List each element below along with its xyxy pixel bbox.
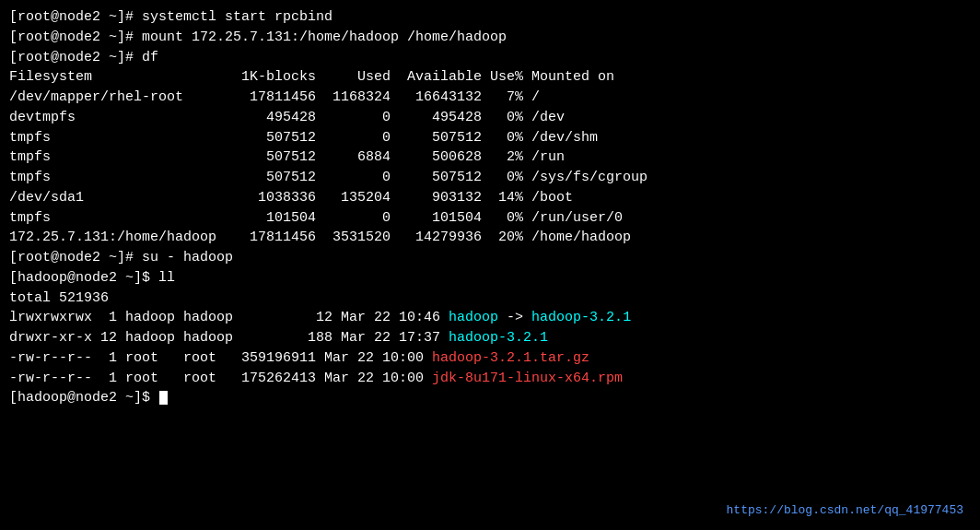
terminal-line: 172.25.7.131:/home/hadoop 17811456 35315… [9, 228, 971, 248]
terminal-text: /dev/sda1 1038336 135204 903132 14% /boo… [9, 190, 573, 206]
terminal-line: -rw-r--r-- 1 root root 175262413 Mar 22 … [9, 369, 971, 389]
terminal-text: lrwxrwxrwx 1 hadoop hadoop 12 Mar 22 10:… [9, 310, 449, 325]
terminal-text: drwxr-xr-x 12 hadoop hadoop 188 Mar 22 1… [9, 330, 449, 346]
terminal-cursor [159, 391, 168, 405]
terminal-line: -rw-r--r-- 1 root root 359196911 Mar 22 … [9, 348, 971, 369]
terminal-text: [root@node2 ~]# su - hadoop [9, 250, 233, 265]
terminal-line: [hadoop@node2 ~]$ [9, 388, 971, 408]
terminal-text: tmpfs 507512 6884 500628 2% /run [9, 149, 565, 165]
terminal-text: -> [498, 310, 531, 325]
terminal-text: hadoop-3.2.1 [449, 330, 548, 346]
terminal-line: tmpfs 507512 0 507512 0% /dev/shm [9, 128, 971, 148]
terminal-text: tmpfs 101504 0 101504 0% /run/user/0 [9, 210, 623, 226]
terminal-line: [root@node2 ~]# su - hadoop [9, 248, 971, 268]
terminal-line: lrwxrwxrwx 1 hadoop hadoop 12 Mar 22 10:… [9, 308, 971, 328]
terminal-text: [root@node2 ~]# mount 172.25.7.131:/home… [9, 29, 507, 45]
terminal-text: /dev/mapper/rhel-root 17811456 1168324 1… [9, 89, 540, 105]
terminal-line: [root@node2 ~]# systemctl start rpcbind [9, 7, 971, 28]
terminal-line: [root@node2 ~]# mount 172.25.7.131:/home… [9, 28, 971, 48]
terminal-text: jdk-8u171-linux-x64.rpm [432, 371, 623, 386]
terminal-text: [hadoop@node2 ~]$ [9, 390, 158, 406]
terminal-text: 172.25.7.131:/home/hadoop 17811456 35315… [9, 230, 631, 245]
footer-link: https://blog.csdn.net/qq_41977453 [727, 503, 963, 517]
terminal-text: -rw-r--r-- 1 root root 359196911 Mar 22 … [9, 350, 432, 366]
terminal-line: [root@node2 ~]# df [9, 48, 971, 68]
terminal-line: devtmpfs 495428 0 495428 0% /dev [9, 108, 971, 128]
terminal-text: hadoop-3.2.1 [531, 310, 631, 325]
terminal-text: total 521936 [9, 290, 109, 306]
terminal-line: /dev/sda1 1038336 135204 903132 14% /boo… [9, 188, 971, 208]
terminal-text: tmpfs 507512 0 507512 0% /sys/fs/cgroup [9, 170, 648, 185]
terminal-line: tmpfs 101504 0 101504 0% /run/user/0 [9, 208, 971, 229]
terminal-window: [root@node2 ~]# systemctl start rpcbind[… [9, 7, 971, 523]
terminal-line: tmpfs 507512 0 507512 0% /sys/fs/cgroup [9, 168, 971, 188]
terminal-text: hadoop-3.2.1.tar.gz [432, 350, 589, 366]
terminal-text: devtmpfs 495428 0 495428 0% /dev [9, 110, 565, 125]
terminal-text: hadoop [449, 310, 498, 325]
terminal-output: [root@node2 ~]# systemctl start rpcbind[… [9, 7, 971, 408]
terminal-text: -rw-r--r-- 1 root root 175262413 Mar 22 … [9, 371, 432, 386]
terminal-line: [hadoop@node2 ~]$ ll [9, 268, 971, 289]
terminal-text: tmpfs 507512 0 507512 0% /dev/shm [9, 130, 598, 146]
terminal-line: /dev/mapper/rhel-root 17811456 1168324 1… [9, 88, 971, 108]
terminal-text: [root@node2 ~]# df [9, 50, 158, 65]
terminal-text: Filesystem 1K-blocks Used Available Use%… [9, 69, 614, 85]
terminal-text: [root@node2 ~]# systemctl start rpcbind [9, 9, 332, 25]
terminal-text: [hadoop@node2 ~]$ ll [9, 270, 175, 286]
terminal-line: drwxr-xr-x 12 hadoop hadoop 188 Mar 22 1… [9, 328, 971, 348]
terminal-line: tmpfs 507512 6884 500628 2% /run [9, 147, 971, 168]
terminal-line: Filesystem 1K-blocks Used Available Use%… [9, 67, 971, 88]
terminal-line: total 521936 [9, 289, 971, 309]
